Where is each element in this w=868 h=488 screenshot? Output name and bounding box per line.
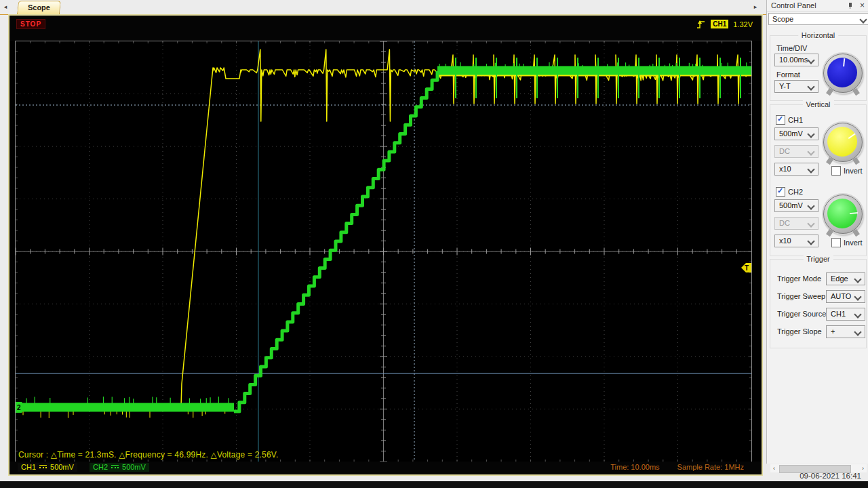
ch2-label: CH2 <box>788 188 803 196</box>
horizontal-group: Horizontal Time/DIV 10.00ms Format Y-T <box>770 35 867 101</box>
ch1-coupling-select: DC <box>774 145 818 158</box>
ch1-invert-checkbox[interactable]: Invert <box>831 166 863 176</box>
taskbar-strip <box>0 481 868 488</box>
tab-scope[interactable]: Scope <box>17 1 61 14</box>
control-panel-header: Control Panel × <box>767 0 868 12</box>
pin-icon[interactable] <box>847 2 854 9</box>
ch1-invert-label: Invert <box>844 167 863 175</box>
chevron-down-icon <box>807 237 814 245</box>
trigger-edge-icon <box>696 20 706 29</box>
ch1-status-volts: 500mV <box>50 463 74 472</box>
dc-coupling-icon <box>111 465 119 470</box>
trigger-group: Trigger Trigger Mode Edge Trigger Sweep … <box>770 259 867 348</box>
ch1-volts-value: 500mV <box>779 129 803 138</box>
trigger-mode-label: Trigger Mode <box>777 274 821 283</box>
trigger-source-badge: CH1 <box>711 20 728 28</box>
vertical-group: Vertical CH1 500mV DC x10 Invert CH2 500… <box>770 104 867 256</box>
ch1-coupling-value: DC <box>779 147 790 155</box>
format-value: Y-T <box>779 82 791 90</box>
chevron-down-icon <box>807 83 814 90</box>
panel-mode-value: Scope <box>772 15 793 23</box>
cursor-readout: Cursor : △Time = 21.3mS. △Frequency = 46… <box>18 450 278 460</box>
scroll-left-icon[interactable]: ‹ <box>770 464 778 472</box>
ch1-volts-select[interactable]: 500mV <box>774 127 818 140</box>
chevron-down-icon <box>807 130 814 138</box>
waveform-canvas[interactable]: 2T <box>16 41 751 462</box>
chevron-down-icon <box>807 165 814 173</box>
chevron-down-icon <box>854 275 861 283</box>
ch2-probe-value: x10 <box>779 237 791 245</box>
ch2-probe-select[interactable]: x10 <box>774 235 818 247</box>
sample-rate-status: Sample Rate: 1MHz <box>677 463 744 471</box>
checkbox-checked-icon <box>776 115 785 125</box>
trigger-mode-value: Edge <box>831 274 848 283</box>
trigger-sweep-label: Trigger Sweep <box>777 292 825 300</box>
scope-statusbar: CH1 500mV CH2 500mV Time: 10.00ms Sample… <box>9 462 762 474</box>
ch2-invert-label: Invert <box>844 239 863 247</box>
scope-topbar: STOP CH1 1.32V <box>9 16 762 41</box>
trigger-info: CH1 1.32V <box>696 19 753 29</box>
format-label: Format <box>776 70 800 79</box>
control-panel: Control Panel × Scope Horizontal Time/DI… <box>766 0 868 464</box>
trigger-mode-select[interactable]: Edge <box>826 272 865 285</box>
scope-widget: STOP CH1 1.32V 2T Cursor : △Time = 21.3m… <box>8 14 763 476</box>
time-div-value: 10.00ms <box>779 56 808 64</box>
trigger-level-value: 1.32V <box>733 20 753 28</box>
chevron-down-icon <box>859 16 867 23</box>
ch2-invert-checkbox[interactable]: Invert <box>831 238 863 247</box>
ch1-probe-select[interactable]: x10 <box>774 163 818 176</box>
close-icon[interactable]: × <box>860 1 865 9</box>
format-select[interactable]: Y-T <box>774 80 818 93</box>
ch2-position-knob[interactable] <box>823 195 863 234</box>
panel-mode-select[interactable]: Scope <box>768 13 868 25</box>
svg-text:2: 2 <box>17 404 21 411</box>
tab-strip: ◂ Scope ▸ <box>0 0 766 15</box>
horizontal-position-knob[interactable] <box>823 54 863 93</box>
ch1-probe-value: x10 <box>779 165 791 173</box>
chevron-down-icon <box>854 293 861 300</box>
chevron-down-icon <box>807 56 814 64</box>
ch2-status-volts: 500mV <box>122 463 146 472</box>
chevron-down-icon <box>854 328 861 336</box>
ch2-volts-select[interactable]: 500mV <box>774 199 818 212</box>
ch2-coupling-value: DC <box>779 219 790 227</box>
ch2-status-label: CH2 <box>93 463 108 472</box>
trigger-source-value: CH1 <box>831 310 846 318</box>
ch2-status-chip[interactable]: CH2 500mV <box>90 463 149 472</box>
chevron-down-icon <box>854 310 861 318</box>
datetime-display: 09-06-2021 16:41 <box>800 472 861 480</box>
trigger-slope-select[interactable]: + <box>826 325 865 338</box>
trigger-source-label: Trigger Source <box>777 310 826 318</box>
ch1-status-label: CH1 <box>21 463 36 472</box>
ch2-enable-checkbox[interactable]: CH2 <box>776 187 803 197</box>
time-div-label: Time/DIV <box>776 44 807 52</box>
stop-button[interactable]: STOP <box>16 19 45 29</box>
tab-scope-label: Scope <box>28 1 50 14</box>
chevron-down-icon <box>807 202 814 209</box>
control-panel-title: Control Panel <box>771 1 816 9</box>
horizontal-group-label: Horizontal <box>798 31 839 39</box>
trigger-sweep-select[interactable]: AUTO <box>826 290 865 303</box>
ch1-position-knob[interactable] <box>823 123 863 162</box>
chevron-down-icon <box>807 148 814 155</box>
tab-scroll-left-icon[interactable]: ◂ <box>1 3 9 12</box>
checkbox-checked-icon <box>776 187 785 197</box>
time-div-select[interactable]: 10.00ms <box>774 54 818 66</box>
trigger-group-label: Trigger <box>803 255 833 263</box>
chevron-down-icon <box>807 220 814 227</box>
timebase-status: Time: 10.00ms <box>610 463 659 471</box>
ch1-label: CH1 <box>788 116 803 124</box>
ch2-volts-value: 500mV <box>779 201 803 209</box>
vertical-group-label: Vertical <box>802 100 833 108</box>
waveform-display[interactable]: 2T Cursor : △Time = 21.3mS. △Frequency =… <box>15 41 752 462</box>
ch1-status-chip[interactable]: CH1 500mV <box>18 463 77 472</box>
trigger-slope-value: + <box>831 327 835 336</box>
trigger-sweep-value: AUTO <box>831 292 851 300</box>
trigger-slope-label: Trigger Slope <box>777 327 822 336</box>
tab-scroll-right-icon[interactable]: ▸ <box>751 3 760 12</box>
ch2-coupling-select: DC <box>774 217 818 230</box>
ch1-enable-checkbox[interactable]: CH1 <box>776 115 803 125</box>
svg-text:T: T <box>745 264 749 272</box>
dc-coupling-icon <box>39 465 47 470</box>
trigger-source-select[interactable]: CH1 <box>826 308 865 321</box>
